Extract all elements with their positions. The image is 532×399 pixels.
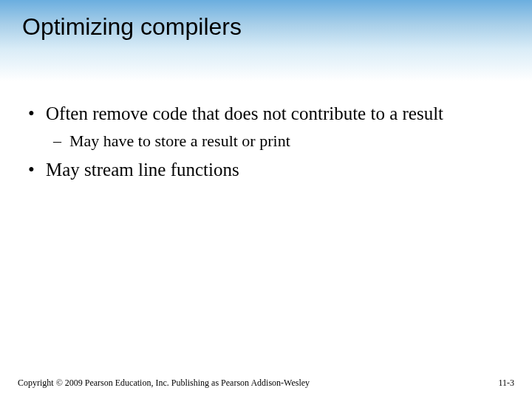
bullet-item: May have to store a result or print [27, 131, 505, 152]
slide-title: Optimizing compilers [22, 13, 532, 41]
slide-footer: Copyright © 2009 Pearson Education, Inc.… [0, 378, 532, 389]
copyright-text: Copyright © 2009 Pearson Education, Inc.… [18, 378, 310, 389]
page-number: 11-3 [498, 378, 514, 389]
bullet-item: Often remove code that does not contribu… [27, 102, 505, 125]
slide-content: Often remove code that does not contribu… [0, 81, 532, 181]
bullet-item: May stream line functions [27, 158, 505, 181]
slide-header: Optimizing compilers [0, 0, 532, 81]
